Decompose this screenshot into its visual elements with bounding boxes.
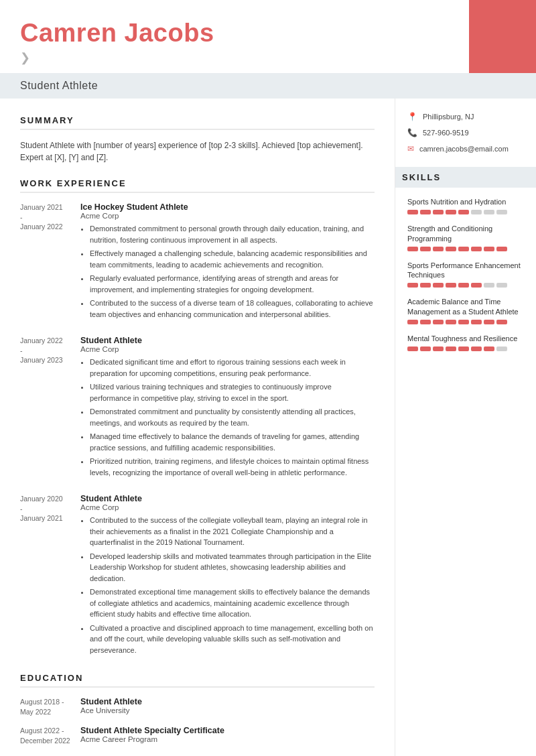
main-content: SUMMARY Student Athlete with [number of … (0, 99, 395, 756)
contact-section: 📍 Phillipsburg, NJ 📞 527-960-9519 ✉ camr… (407, 112, 524, 153)
summary-section: SUMMARY Student Athlete with [number of … (20, 115, 375, 164)
header: Camren Jacobs ❯ (0, 0, 536, 73)
list-item: Demonstrated commitment and punctuality … (90, 406, 375, 428)
summary-text: Student Athlete with [number of years] e… (20, 139, 375, 164)
contact-email: ✉ camren.jacobs@email.com (407, 144, 524, 153)
skill-segment (471, 320, 482, 324)
skills-section: SKILLS Sports Nutrition and HydrationStr… (407, 167, 524, 351)
edu-1-school: Ace University (80, 706, 375, 714)
skill-item: Sports Nutrition and Hydration (407, 197, 524, 214)
edu-2-school: Acme Career Program (80, 735, 375, 743)
skill-segment (471, 283, 482, 288)
skill-segment (458, 346, 469, 351)
skill-segment (420, 346, 431, 351)
skill-segment (407, 320, 418, 324)
job-2-dates: January 2022 - January 2023 (20, 336, 80, 481)
skill-segment (484, 210, 494, 214)
skill-name: Mental Toughness and Resilience (407, 334, 524, 343)
skill-segment (496, 320, 507, 324)
skill-segment (484, 283, 494, 288)
job-title-bar: Student Athlete (0, 73, 536, 99)
job-entry-2: January 2022 - January 2023 Student Athl… (20, 336, 375, 481)
skill-bar (407, 283, 524, 288)
skill-segment (458, 210, 469, 214)
email-text: camren.jacobs@email.com (419, 145, 509, 153)
skill-item: Mental Toughness and Resilience (407, 334, 524, 351)
list-item: Contributed to the success of the colleg… (90, 515, 375, 548)
location-text: Phillipsburg, NJ (423, 113, 474, 121)
location-icon: 📍 (407, 112, 417, 121)
skill-bar (407, 210, 524, 214)
phone-text: 527-960-9519 (423, 129, 469, 137)
skill-segment (420, 210, 431, 214)
accent-block (469, 0, 536, 73)
list-item: Cultivated a proactive and disciplined a… (90, 623, 375, 656)
skill-name: Sports Nutrition and Hydration (407, 197, 524, 206)
work-experience-section: WORK EXPERIENCE January 2021 - January 2… (20, 178, 375, 658)
skill-name: Academic Balance and Time Management as … (407, 297, 524, 316)
list-item: Dedicated significant time and effort to… (90, 357, 375, 379)
skill-segment (407, 346, 418, 351)
candidate-name: Camren Jacobs (20, 19, 449, 48)
edu-2-degree: Student Athlete Specialty Certificate (80, 726, 375, 735)
skill-segment (458, 320, 469, 324)
phone-icon: 📞 (407, 128, 417, 137)
skill-segment (433, 346, 444, 351)
list-item: Contributed to the success of a diverse … (90, 298, 375, 320)
job-entry-3: January 2020 - January 2021 Student Athl… (20, 494, 375, 658)
job-2-company: Acme Corp (80, 345, 375, 353)
resume-container: Camren Jacobs ❯ Student Athlete SUMMARY … (0, 0, 536, 756)
edu-1-degree: Student Athlete (80, 697, 375, 706)
education-section: EDUCATION August 2018 - May 2022 Student… (20, 673, 375, 746)
job-3-dates: January 2020 - January 2021 (20, 494, 80, 658)
skill-segment (446, 283, 456, 288)
skill-bar (407, 247, 524, 251)
list-item: Prioritized nutrition, training regimens… (90, 456, 375, 478)
skill-segment (433, 283, 444, 288)
skill-bar (407, 320, 524, 324)
skill-segment (433, 320, 444, 324)
skill-bar (407, 346, 524, 351)
skill-segment (458, 283, 469, 288)
skill-item: Strength and Conditioning Programming (407, 224, 524, 251)
skill-name: Sports Performance Enhancement Technique… (407, 261, 524, 280)
edu-2-dates: August 2022 - December 2022 (20, 726, 80, 745)
skills-list: Sports Nutrition and HydrationStrength a… (407, 197, 524, 351)
list-item: Demonstrated exceptional time management… (90, 586, 375, 620)
skill-segment (471, 346, 482, 351)
email-icon: ✉ (407, 144, 414, 153)
edu-1-details: Student Athlete Ace University (80, 697, 375, 716)
list-item: Managed time effectively to balance the … (90, 431, 375, 453)
job-1-bullets: Demonstrated commitment to personal grow… (80, 223, 375, 320)
contact-phone: 📞 527-960-9519 (407, 128, 524, 137)
job-3-company: Acme Corp (80, 503, 375, 511)
skill-item: Sports Performance Enhancement Technique… (407, 261, 524, 288)
job-1-dates: January 2021 - January 2022 (20, 202, 80, 322)
list-item: Regularly evaluated performance, identif… (90, 273, 375, 295)
job-2-title: Student Athlete (80, 336, 375, 345)
skill-segment (496, 283, 507, 288)
header-left: Camren Jacobs ❯ (0, 0, 469, 73)
job-1-title: Ice Hockey Student Athlete (80, 202, 375, 212)
list-item: Demonstrated commitment to personal grow… (90, 223, 375, 245)
skill-segment (458, 247, 469, 251)
skill-segment (484, 247, 494, 251)
job-3-details: Student Athlete Acme Corp Contributed to… (80, 494, 375, 658)
job-entry-1: January 2021 - January 2022 Ice Hockey S… (20, 202, 375, 322)
list-item: Effectively managed a challenging schedu… (90, 248, 375, 270)
skill-segment (420, 247, 431, 251)
skill-segment (446, 346, 456, 351)
skill-segment (446, 210, 456, 214)
skill-segment (446, 320, 456, 324)
skill-segment (420, 320, 431, 324)
skill-segment (446, 247, 456, 251)
skill-segment (471, 210, 482, 214)
job-3-title: Student Athlete (80, 494, 375, 503)
skill-segment (407, 283, 418, 288)
edu-entry-2: August 2022 - December 2022 Student Athl… (20, 726, 375, 745)
chevron-icon: ❯ (20, 50, 449, 65)
sidebar: 📍 Phillipsburg, NJ 📞 527-960-9519 ✉ camr… (395, 99, 536, 756)
skill-segment (407, 210, 418, 214)
job-2-details: Student Athlete Acme Corp Dedicated sign… (80, 336, 375, 481)
edu-1-dates: August 2018 - May 2022 (20, 697, 80, 716)
